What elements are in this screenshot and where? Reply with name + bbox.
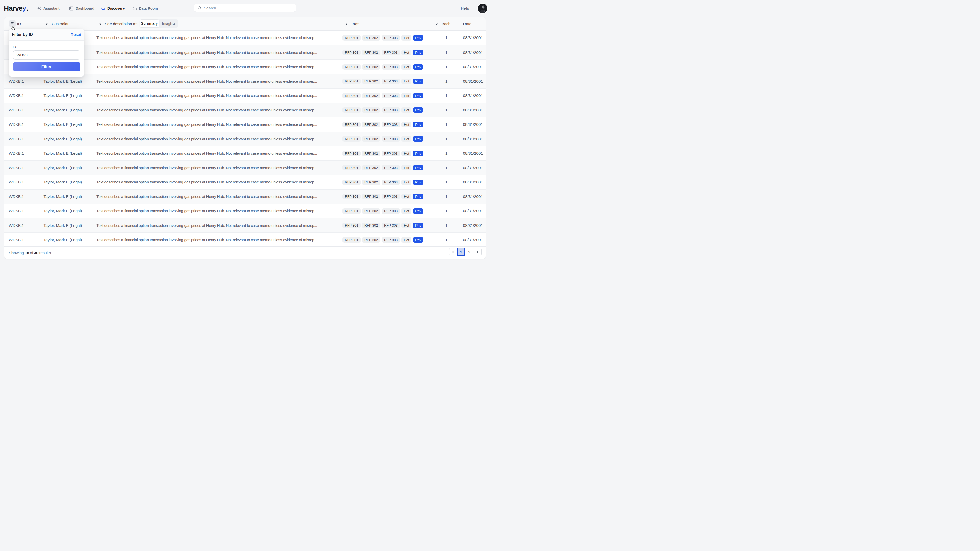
tag-pill: Hot bbox=[401, 64, 411, 70]
cell-date: 08/31/2001 bbox=[463, 146, 483, 161]
shown-count: 15 bbox=[25, 251, 29, 255]
column-header-date: Date bbox=[463, 17, 472, 30]
nav-item-discovery[interactable]: Discovery bbox=[101, 0, 125, 17]
cell-date: 08/31/2001 bbox=[463, 103, 483, 118]
view-option-insights[interactable]: Insights bbox=[159, 19, 178, 27]
tag-pill: RFP 301 bbox=[342, 50, 361, 55]
nav-item-label: Discovery bbox=[107, 6, 125, 11]
cell-date: 08/31/2001 bbox=[463, 89, 483, 103]
avatar-photo bbox=[478, 3, 487, 13]
tag-pill: RFP 303 bbox=[382, 93, 400, 98]
tag-pill: RFP 303 bbox=[382, 165, 400, 170]
table-row[interactable]: WDKB.1Taylor, Mark E (Legal)Text describ… bbox=[4, 189, 486, 204]
cell-batch: 1 bbox=[438, 103, 455, 118]
previous-page-button[interactable] bbox=[449, 248, 457, 256]
search-icon bbox=[197, 6, 202, 10]
discovery-table-card: ID Custodian See description as: Summary… bbox=[4, 17, 486, 259]
table-row[interactable]: WDKB.1Taylor, Mark E (Legal)Text describ… bbox=[4, 203, 486, 218]
priv-tag-pill: Priv bbox=[413, 79, 423, 84]
tag-pill: RFP 302 bbox=[362, 107, 380, 113]
chevrons-up-down-icon bbox=[435, 22, 438, 25]
cell-date: 08/31/2001 bbox=[463, 218, 483, 233]
cell-tags: RFP 301RFP 302RFP 303HotPriv bbox=[342, 45, 423, 60]
table-row[interactable]: WDKB.1Taylor, Mark E (Legal)Text describ… bbox=[4, 88, 486, 103]
description-view-toggle: SummaryInsights bbox=[140, 19, 178, 27]
priv-tag-pill: Priv bbox=[413, 208, 423, 214]
priv-tag-pill: Priv bbox=[413, 64, 423, 70]
tag-pill: Hot bbox=[401, 165, 411, 170]
page-button-2[interactable]: 2 bbox=[465, 248, 473, 256]
cell-description: Text describes a financial option transa… bbox=[97, 146, 321, 161]
nav-item-label: Assistant bbox=[43, 6, 59, 11]
cell-batch: 1 bbox=[438, 74, 455, 89]
id-filter-input-value: WD23 bbox=[17, 53, 27, 57]
priv-tag-pill: Priv bbox=[413, 237, 423, 243]
nav-item-dashboard[interactable]: Dashboard bbox=[69, 0, 94, 17]
filter-submit-button[interactable]: Filter bbox=[13, 62, 80, 71]
tag-pill: Hot bbox=[401, 179, 411, 185]
table-row[interactable]: WDKB.1Taylor, Mark E (Legal)Text describ… bbox=[4, 132, 486, 146]
priv-tag-pill: Priv bbox=[413, 107, 423, 113]
tag-pill: RFP 301 bbox=[342, 194, 361, 199]
priv-tag-pill: Priv bbox=[413, 93, 423, 98]
table-footer: Showing 15 of 30 results. 12 bbox=[4, 246, 486, 259]
cell-custodian: Taylor, Mark E (Legal) bbox=[44, 146, 82, 161]
tag-pill: Hot bbox=[401, 35, 411, 41]
global-search-input[interactable]: Search... bbox=[194, 4, 296, 12]
table-row[interactable]: WDKB.1Taylor, Mark E (Legal)Text describ… bbox=[4, 160, 486, 175]
table-row[interactable]: WDKB.1Taylor, Mark E (Legal)Text describ… bbox=[4, 218, 486, 233]
cell-tags: RFP 301RFP 302RFP 303HotPriv bbox=[342, 189, 423, 204]
nav-item-assistant[interactable]: Assistant bbox=[37, 0, 59, 17]
tag-pill: RFP 301 bbox=[342, 223, 361, 228]
cell-description: Text describes a financial option transa… bbox=[97, 132, 321, 146]
cell-batch: 1 bbox=[438, 175, 455, 189]
tag-pill: RFP 303 bbox=[382, 107, 400, 113]
filter-lines-icon bbox=[10, 21, 14, 25]
reset-link[interactable]: Reset bbox=[71, 32, 81, 37]
batch-sort-icon[interactable] bbox=[435, 17, 438, 30]
next-page-button[interactable] bbox=[473, 248, 481, 256]
tags-filter-icon[interactable] bbox=[345, 17, 348, 30]
tag-pill: Hot bbox=[401, 50, 411, 55]
tag-pill: RFP 302 bbox=[362, 151, 380, 156]
tag-pill: Hot bbox=[401, 223, 411, 228]
tag-pill: RFP 301 bbox=[342, 93, 361, 98]
tag-pill: RFP 301 bbox=[342, 151, 361, 156]
cell-date: 08/31/2001 bbox=[463, 74, 483, 89]
cell-description: Text describes a financial option transa… bbox=[97, 118, 321, 132]
user-avatar[interactable] bbox=[478, 3, 487, 13]
tag-pill: RFP 302 bbox=[362, 179, 380, 185]
cell-batch: 1 bbox=[438, 30, 455, 45]
table-row[interactable]: WDKB.1Taylor, Mark E (Legal)Text describ… bbox=[4, 175, 486, 189]
cell-id: WDKB.1 bbox=[9, 218, 24, 233]
cell-custodian: Taylor, Mark E (Legal) bbox=[44, 233, 82, 247]
table-row[interactable]: WDKB.1Taylor, Mark E (Legal)Text describ… bbox=[4, 103, 486, 118]
nav-item-data-room[interactable]: Data Room bbox=[132, 0, 158, 17]
cell-batch: 1 bbox=[438, 161, 455, 175]
tag-pill: RFP 302 bbox=[362, 136, 380, 141]
cell-id: WDKB.1 bbox=[9, 132, 24, 146]
tag-pill: RFP 301 bbox=[342, 107, 361, 113]
cell-tags: RFP 301RFP 302RFP 303HotPriv bbox=[342, 233, 423, 247]
table-row[interactable]: WDKB.1Taylor, Mark E (Legal)Text describ… bbox=[4, 232, 486, 247]
cell-tags: RFP 301RFP 302RFP 303HotPriv bbox=[342, 118, 423, 132]
tag-pill: RFP 303 bbox=[382, 79, 400, 84]
help-link[interactable]: Help bbox=[461, 6, 469, 11]
cell-tags: RFP 301RFP 302RFP 303HotPriv bbox=[342, 161, 423, 175]
table-row[interactable]: WDKB.1Taylor, Mark E (Legal)Text describ… bbox=[4, 146, 486, 160]
cell-tags: RFP 301RFP 302RFP 303HotPriv bbox=[342, 60, 423, 74]
cell-date: 08/31/2001 bbox=[463, 204, 483, 218]
table-row[interactable]: WDKB.1Taylor, Mark E (Legal)Text describ… bbox=[4, 117, 486, 132]
tag-pill: RFP 303 bbox=[382, 35, 400, 41]
page-button-1[interactable]: 1 bbox=[457, 248, 465, 256]
topbar-right-cluster: Help bbox=[461, 0, 487, 17]
top-navigation-bar: Harve. AssistantDashboardDiscoveryData R… bbox=[0, 0, 490, 17]
total-count: 30 bbox=[34, 251, 38, 255]
view-option-summary[interactable]: Summary bbox=[140, 19, 159, 27]
cell-description: Text describes a financial option transa… bbox=[97, 218, 321, 233]
id-filter-input[interactable]: WD23 bbox=[13, 50, 80, 60]
tag-pill: RFP 302 bbox=[362, 165, 380, 170]
cell-date: 08/31/2001 bbox=[463, 45, 483, 60]
description-filter-icon[interactable] bbox=[98, 17, 102, 30]
cell-id: WDKB.1 bbox=[9, 103, 24, 118]
